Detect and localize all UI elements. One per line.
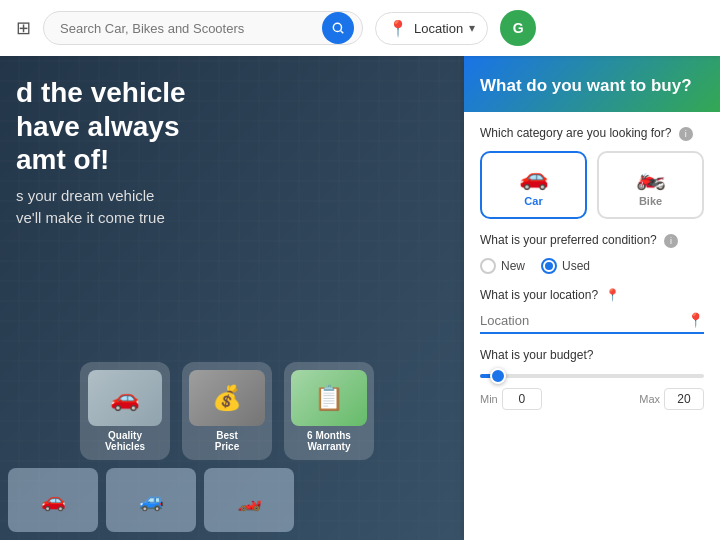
car-icon: 🚗 <box>519 163 549 191</box>
search-input[interactable] <box>60 13 322 44</box>
thumb-1: 🚗 <box>8 468 98 532</box>
feature-card-warranty: 📋 6 MonthsWarranty <box>284 362 374 460</box>
budget-min-value[interactable]: 0 <box>502 388 542 410</box>
max-label: Max <box>639 393 660 405</box>
feature-card-price: 💰 BestPrice <box>182 362 272 460</box>
slider-track <box>480 374 704 378</box>
car-label: Car <box>524 195 542 207</box>
condition-used-option[interactable]: Used <box>541 258 590 274</box>
location-field-section: What is your location? 📍 📍 <box>480 288 704 334</box>
thumb-3: 🏎️ <box>204 468 294 532</box>
panel-header: What do you want to buy? <box>464 56 720 112</box>
bike-label: Bike <box>639 195 662 207</box>
bike-icon: 🏍️ <box>636 163 666 191</box>
min-label: Min <box>480 393 498 405</box>
panel-title: What do you want to buy? <box>480 76 704 96</box>
condition-section: What is your preferred condition? i New … <box>480 233 704 274</box>
feature-label-warranty: 6 MonthsWarranty <box>307 430 351 452</box>
panel-body: Which category are you looking for? i 🚗 … <box>464 112 720 424</box>
budget-max-value[interactable]: 20 <box>664 388 704 410</box>
category-section: Which category are you looking for? i 🚗 … <box>480 126 704 219</box>
location-field-input[interactable] <box>480 313 683 328</box>
svg-point-0 <box>333 23 341 31</box>
header: ⊞ 📍 Location ▾ G <box>0 0 720 56</box>
search-button[interactable] <box>322 12 354 44</box>
right-panel: What do you want to buy? Which category … <box>464 56 720 540</box>
feature-label-price: BestPrice <box>215 430 239 452</box>
info-icon: i <box>679 127 693 141</box>
svg-line-1 <box>341 31 344 34</box>
category-label: Which category are you looking for? i <box>480 126 704 141</box>
category-row: 🚗 Car 🏍️ Bike <box>480 151 704 219</box>
condition-new-option[interactable]: New <box>480 258 525 274</box>
search-container <box>43 11 363 45</box>
budget-max-bound: Max 20 <box>639 388 704 410</box>
budget-slider-wrap <box>480 374 704 378</box>
budget-label: What is your budget? <box>480 348 704 362</box>
new-label: New <box>501 259 525 273</box>
category-bike-button[interactable]: 🏍️ Bike <box>597 151 704 219</box>
grid-icon[interactable]: ⊞ <box>16 17 31 39</box>
feature-label-quality: QualityVehicles <box>105 430 145 452</box>
feature-cards: 🚗 QualityVehicles 💰 BestPrice 📋 6 Months… <box>80 362 374 460</box>
hero-section: d the vehicle have always amt of! s your… <box>0 56 480 540</box>
condition-label: What is your preferred condition? i <box>480 233 704 248</box>
location-pin-icon: 📍 <box>388 19 408 38</box>
hero-content: d the vehicle have always amt of! s your… <box>16 76 186 230</box>
category-car-button[interactable]: 🚗 Car <box>480 151 587 219</box>
radio-new[interactable] <box>480 258 496 274</box>
chevron-down-icon: ▾ <box>469 21 475 35</box>
location-section-label: What is your location? 📍 <box>480 288 704 302</box>
used-label: Used <box>562 259 590 273</box>
budget-inputs: Min 0 Max 20 <box>480 388 704 410</box>
avatar[interactable]: G <box>500 10 536 46</box>
budget-min-bound: Min 0 <box>480 388 542 410</box>
condition-info-icon: i <box>664 234 678 248</box>
hero-title: d the vehicle have always amt of! <box>16 76 186 177</box>
feature-card-quality: 🚗 QualityVehicles <box>80 362 170 460</box>
location-selector[interactable]: 📍 Location ▾ <box>375 12 488 45</box>
radio-used[interactable] <box>541 258 557 274</box>
location-label: Location <box>414 21 463 36</box>
radio-dot <box>545 262 553 270</box>
bottom-thumbnails: 🚗 🚙 🏎️ <box>0 468 294 532</box>
budget-section: What is your budget? Min 0 Max 20 <box>480 348 704 410</box>
location-field-row: 📍 <box>480 312 704 334</box>
thumb-2: 🚙 <box>106 468 196 532</box>
location-map-icon: 📍 <box>605 288 620 302</box>
slider-thumb[interactable] <box>490 368 506 384</box>
location-field-pin-icon: 📍 <box>687 312 704 328</box>
condition-row: New Used <box>480 258 704 274</box>
hero-subtitle: s your dream vehicle ve'll make it come … <box>16 185 186 230</box>
